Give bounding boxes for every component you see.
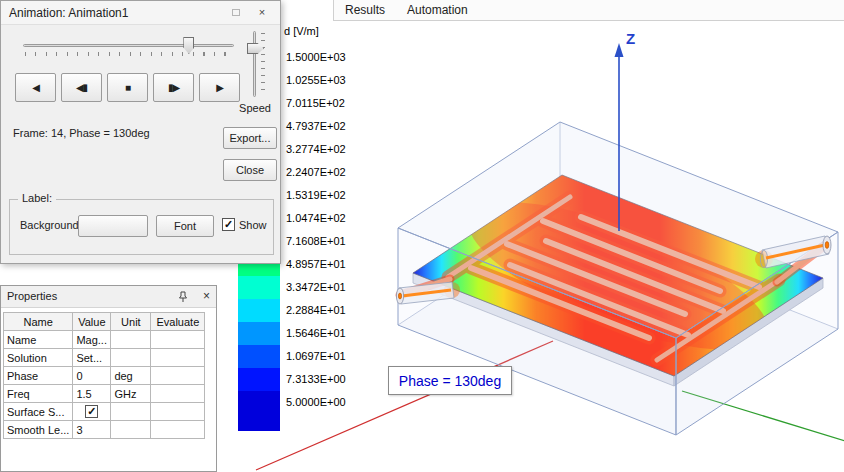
legend-value: 3.2774E+02 [280,138,346,161]
legend-entry: 1.0697E+01 [238,345,346,368]
legend-color-swatch [238,345,280,368]
property-name: Name [4,331,73,349]
property-evaluate [151,331,205,349]
step-back-button[interactable]: ◀▮ [61,73,102,102]
property-name: Smooth Le... [4,421,73,439]
legend-entry: 5.0000E+00 [238,391,346,431]
close-icon[interactable]: × [252,5,272,21]
frame-slider-ticks [25,52,232,56]
property-name: Solution [4,349,73,367]
properties-table-body: NameMag...SolutionSet...Phase0degFreq1.5… [4,331,205,439]
legend-entry: 7.3133E+00 [238,368,346,391]
properties-table: Name Value Unit Evaluate NameMag...Solut… [3,312,205,439]
column-header-evaluate: Evaluate [151,313,205,331]
column-header-name: Name [4,313,73,331]
legend-value: 1.5000E+03 [280,46,346,69]
close-button[interactable]: Close [223,159,277,181]
property-row[interactable]: Phase0deg [4,367,205,385]
maximize-icon[interactable] [226,5,246,21]
z-axis-label: Z [626,30,635,47]
column-header-unit: Unit [111,313,151,331]
property-name: Freq [4,385,73,403]
legend-value: 5.0000E+00 [280,391,346,431]
show-checkbox-wrap: ✓ Show [222,218,267,231]
animation-dialog: Animation: Animation1 × ◀ ◀▮ ■ ▮▶ ▶ Spee… [0,0,281,264]
property-unit [111,349,151,367]
legend-color-swatch [238,276,280,299]
font-button[interactable]: Font [156,215,214,237]
frame-slider-groove [23,44,234,47]
play-reverse-button[interactable]: ◀ [15,73,56,102]
show-checkbox[interactable]: ✓ [222,218,235,231]
property-unit [111,421,151,439]
play-forward-button[interactable]: ▶ [199,73,240,102]
property-value[interactable]: ✓ [73,403,111,421]
property-name: Surface S... [4,403,73,421]
legend-value: 1.0255E+03 [280,69,346,92]
legend-value: 2.2884E+01 [280,299,346,322]
property-name: Phase [4,367,73,385]
property-value[interactable]: 3 [73,421,111,439]
legend-color-swatch [238,368,280,391]
frame-status: Frame: 14, Phase = 130deg [13,127,150,139]
legend-value: 1.5646E+01 [280,322,346,345]
property-row[interactable]: Smooth Le...3 [4,421,205,439]
speed-slider-groove [253,31,256,97]
background-color-button[interactable] [78,215,148,237]
property-value[interactable]: Set... [73,349,111,367]
property-row[interactable]: Freq1.5GHz [4,385,205,403]
legend-color-swatch [238,391,280,431]
pin-icon[interactable] [176,290,190,304]
property-evaluate [151,403,205,421]
stop-button[interactable]: ■ [107,73,148,102]
property-evaluate [151,385,205,403]
step-forward-button[interactable]: ▮▶ [153,73,194,102]
main-menubar: Results Automation [333,0,844,21]
speed-label: Speed [231,102,279,114]
background-label: Background: [20,219,82,231]
label-group: Label: Background: Font ✓ Show [9,199,274,255]
show-checkbox-label: Show [239,219,267,231]
speed-slider[interactable] [245,31,267,97]
animation-dialog-titlebar[interactable]: Animation: Animation1 × [1,1,280,25]
legend-title: d [V/m] [284,25,319,37]
legend-value: 4.8957E+01 [280,253,346,276]
menu-automation[interactable]: Automation [396,1,479,19]
legend-value: 7.0115E+02 [280,92,345,115]
legend-color-swatch [238,322,280,345]
property-unit: deg [111,367,151,385]
animation-dialog-title: Animation: Animation1 [9,6,128,20]
property-evaluate [151,367,205,385]
playback-controls: ◀ ◀▮ ■ ▮▶ ▶ [15,73,240,102]
legend-entry: 3.3472E+01 [238,276,346,299]
property-evaluate [151,349,205,367]
legend-entry: 1.5646E+01 [238,322,346,345]
property-row[interactable]: NameMag... [4,331,205,349]
checkbox-checked-icon[interactable]: ✓ [85,405,98,418]
legend-value: 7.3133E+00 [280,368,346,391]
legend-value: 1.0697E+01 [280,345,346,368]
legend-value: 3.3472E+01 [280,276,346,299]
property-value[interactable]: 1.5 [73,385,111,403]
properties-title: Properties [7,290,57,302]
property-evaluate [151,421,205,439]
export-button[interactable]: Export... [223,127,277,149]
property-row[interactable]: Surface S...✓ [4,403,205,421]
legend-value: 1.5319E+02 [280,184,346,207]
label-group-title: Label: [18,192,56,204]
close-icon[interactable]: × [203,289,210,303]
menu-results[interactable]: Results [334,1,396,19]
legend-color-swatch [238,299,280,322]
legend-value: 7.1608E+01 [280,230,346,253]
legend-value: 4.7937E+02 [280,115,346,138]
property-unit [111,331,151,349]
property-unit [111,403,151,421]
properties-panel: Properties × Name Value Unit Evaluate Na… [0,285,217,472]
frame-slider[interactable] [23,37,234,59]
legend-value: 2.2407E+02 [280,161,346,184]
property-value[interactable]: Mag... [73,331,111,349]
properties-titlebar[interactable]: Properties × [1,286,216,308]
property-row[interactable]: SolutionSet... [4,349,205,367]
property-value[interactable]: 0 [73,367,111,385]
properties-header-row: Name Value Unit Evaluate [4,313,205,331]
